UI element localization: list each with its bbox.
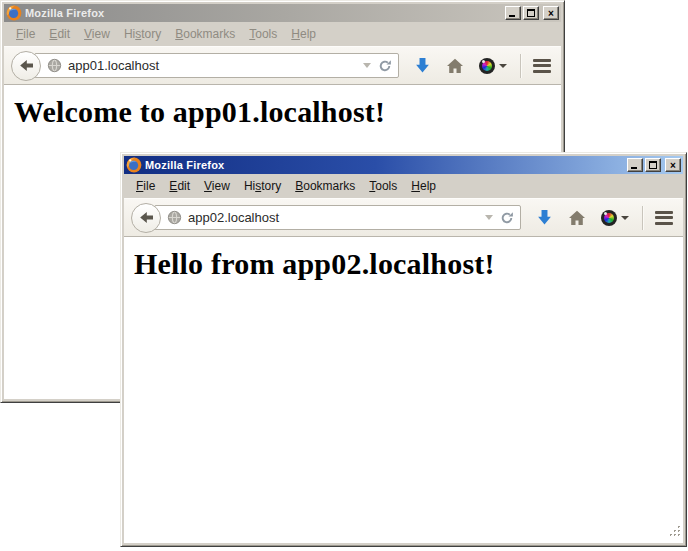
firefox-icon[interactable] [126, 157, 142, 173]
firefox-icon[interactable] [6, 5, 22, 21]
menu-tools[interactable]: Tools [362, 177, 404, 195]
url-text[interactable]: app01.localhost [68, 58, 359, 73]
window-title: Mozilla Firefox [25, 7, 502, 19]
url-bar[interactable]: app01.localhost [34, 53, 399, 78]
navigation-toolbar: app02.localhost [124, 198, 683, 237]
menu-bar: File Edit View History Bookmarks Tools H… [4, 22, 561, 46]
navigation-toolbar: app01.localhost [4, 46, 561, 85]
page-heading: Welcome to app01.localhost! [14, 95, 561, 129]
titlebar[interactable]: Mozilla Firefox × [124, 156, 683, 174]
url-bar[interactable]: app02.localhost [154, 205, 521, 230]
download-button[interactable] [414, 57, 431, 74]
home-button[interactable] [568, 210, 586, 226]
minimize-icon [509, 15, 515, 17]
resize-grip[interactable] [668, 523, 681, 541]
maximize-icon [527, 9, 535, 17]
maximize-icon [649, 161, 657, 169]
app-menu-button[interactable] [533, 56, 551, 75]
menu-tools[interactable]: Tools [242, 25, 284, 43]
page-content: Hello from app02.localhost! [124, 237, 683, 543]
colorwheel-icon [479, 58, 495, 74]
menu-history[interactable]: History [117, 25, 168, 43]
menu-bar: File Edit View History Bookmarks Tools H… [124, 174, 683, 198]
minimize-button[interactable] [505, 6, 521, 20]
menu-help[interactable]: Help [284, 25, 323, 43]
menu-edit[interactable]: Edit [42, 25, 77, 43]
extension-colorwheel-button[interactable] [601, 210, 629, 226]
back-arrow-icon [139, 211, 154, 224]
menu-file[interactable]: File [129, 177, 162, 195]
back-arrow-icon [19, 59, 34, 72]
minimize-button[interactable] [627, 158, 643, 172]
minimize-icon [631, 167, 637, 169]
back-button[interactable] [11, 51, 41, 81]
site-identity-globe-icon[interactable] [47, 58, 62, 73]
close-button[interactable]: × [543, 6, 559, 20]
menu-edit[interactable]: Edit [162, 177, 197, 195]
urlbar-dropdown-icon[interactable] [485, 215, 493, 220]
page-heading: Hello from app02.localhost! [134, 247, 683, 281]
reload-button[interactable] [378, 59, 392, 73]
menu-view[interactable]: View [77, 25, 117, 43]
reload-button[interactable] [500, 211, 514, 225]
menu-bookmarks[interactable]: Bookmarks [288, 177, 362, 195]
url-text[interactable]: app02.localhost [188, 210, 481, 225]
titlebar[interactable]: Mozilla Firefox × [4, 4, 561, 22]
menu-history[interactable]: History [237, 177, 288, 195]
home-button[interactable] [446, 58, 464, 74]
maximize-button[interactable] [523, 6, 539, 20]
close-button[interactable]: × [665, 158, 681, 172]
back-button[interactable] [131, 203, 161, 233]
urlbar-dropdown-icon[interactable] [363, 63, 371, 68]
menu-view[interactable]: View [197, 177, 237, 195]
download-button[interactable] [536, 209, 553, 226]
window-title: Mozilla Firefox [145, 159, 624, 171]
extension-colorwheel-button[interactable] [479, 58, 507, 74]
toolbar-separator [520, 54, 521, 78]
maximize-button[interactable] [645, 158, 661, 172]
extension-dropdown-icon[interactable] [499, 64, 507, 68]
menu-help[interactable]: Help [404, 177, 443, 195]
toolbar-separator [642, 206, 643, 230]
extension-dropdown-icon[interactable] [621, 216, 629, 220]
site-identity-globe-icon[interactable] [167, 210, 182, 225]
menu-file[interactable]: File [9, 25, 42, 43]
firefox-window-app02: Mozilla Firefox × File Edit View History… [120, 152, 687, 547]
colorwheel-icon [601, 210, 617, 226]
app-menu-button[interactable] [655, 208, 673, 227]
menu-bookmarks[interactable]: Bookmarks [168, 25, 242, 43]
